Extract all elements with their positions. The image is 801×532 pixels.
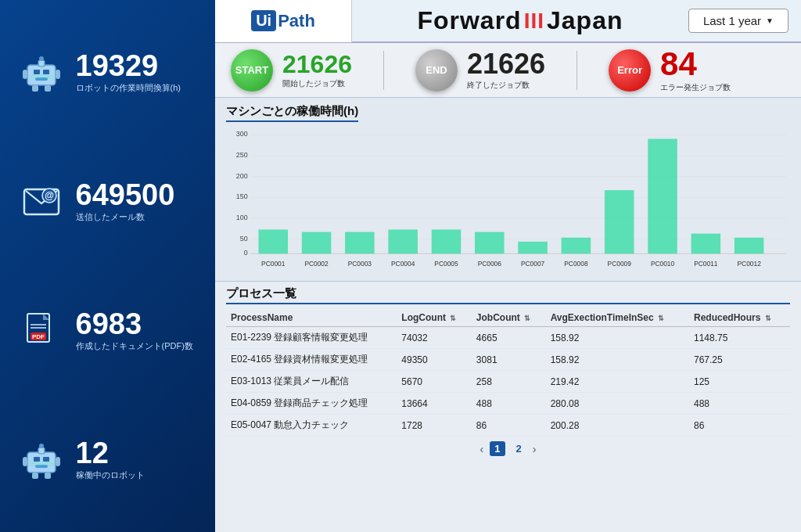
robot-hours-label: ロボットの作業時間換算(h) [76,82,181,94]
forward-text: Forward [417,6,521,35]
svg-rect-20 [27,452,56,473]
svg-rect-62 [605,190,634,253]
japan-text: Japan [547,6,623,35]
svg-rect-24 [38,448,45,454]
roman-three: III [524,9,544,34]
active-robots-number: 12 [76,438,145,468]
end-number: 21626 [467,50,545,78]
pdf-count-label: 作成したドキュメント(PDF)数 [76,340,193,352]
svg-rect-68 [735,238,764,254]
svg-rect-9 [45,85,51,92]
svg-rect-50 [345,232,375,254]
kpi-divider-1 [383,51,384,90]
svg-text:150: 150 [236,192,248,200]
active-robots-item: 12 稼働中のロボット [18,437,198,483]
table-cell-4-4: 86 [689,415,790,437]
svg-text:PC0009: PC0009 [608,259,632,267]
table-row: E05-0047 動怠入力チェック172886200.2886 [226,415,790,437]
pdf-count-item: PDF 6983 作成したドキュメント(PDF)数 [18,307,198,354]
kpi-end-values: 21626 終了したジョブ数 [467,50,545,91]
svg-rect-64 [648,138,677,253]
table-cell-4-2: 86 [472,415,546,437]
svg-rect-22 [43,457,49,462]
svg-text:PC0002: PC0002 [304,259,329,267]
col-processname: ProcessName [226,309,397,327]
robot-icon-1 [18,49,65,96]
table-cell-2-3: 219.42 [546,371,689,393]
col-jobcount[interactable]: JobCount ⇅ [472,309,546,327]
svg-rect-6 [23,70,27,79]
logo-ui: Ui [251,10,276,31]
col-avgtime[interactable]: AvgExectionTimeInSec ⇅ [546,309,689,327]
svg-rect-21 [34,457,40,462]
table-cell-2-0: E03-1013 従業員メール配信 [226,371,397,393]
sort-avgtime-icon: ⇅ [658,315,664,322]
svg-text:PC0001: PC0001 [261,259,286,267]
mail-count-text: 649500 送信したメール数 [76,180,175,223]
table-cell-0-2: 4665 [472,327,546,349]
svg-text:200: 200 [236,172,248,180]
table-area: プロセス一覧 ProcessName LogCount ⇅ JobCount ⇅ [215,282,801,532]
robot-icon-2 [18,437,65,483]
robot-hours-text: 19329 ロボットの作業時間換算(h) [76,51,181,94]
table-cell-2-1: 5670 [397,371,472,393]
col-reducedhours[interactable]: ReducedHours ⇅ [689,309,790,327]
svg-text:PC0004: PC0004 [391,259,415,267]
mail-count-number: 649500 [76,180,175,210]
end-sublabel: 終了したジョブ数 [467,80,545,91]
svg-rect-23 [35,465,48,468]
chart-title: マシンごとの稼働時間(h) [226,104,358,122]
svg-rect-1 [34,70,40,74]
table-cell-1-3: 158.92 [546,349,689,371]
svg-rect-56 [475,232,505,254]
svg-rect-0 [27,65,56,85]
logo-path: Path [278,11,315,31]
svg-rect-4 [38,60,45,66]
error-badge: Error [609,49,651,92]
sort-jobcount-icon: ⇅ [524,315,530,322]
svg-text:@: @ [45,190,54,201]
kpi-divider-2 [577,51,577,90]
svg-text:PC0012: PC0012 [738,259,762,267]
pagination-next[interactable]: › [533,443,537,455]
svg-rect-7 [56,70,60,79]
svg-text:PC0006: PC0006 [478,259,502,267]
svg-rect-27 [56,457,60,466]
table-cell-1-2: 3081 [472,349,546,371]
active-robots-label: 稼働中のロボット [76,469,145,481]
svg-text:50: 50 [240,235,248,243]
svg-rect-46 [258,229,288,253]
main-content: Ui Path Forward III Japan Last 1 year ▼ … [215,0,801,532]
kpi-row: START 21626 開始したジョブ数 END 21626 終了したジョブ数 … [215,43,801,98]
pagination-page2[interactable]: 2 [512,441,526,456]
table-cell-4-1: 1728 [397,415,472,437]
table-header-row: ProcessName LogCount ⇅ JobCount ⇅ AvgExe… [226,309,790,327]
chart-area: マシンごとの稼働時間(h) 300 250 200 150 100 50 0 [215,98,801,282]
svg-rect-29 [45,473,51,479]
pagination-page1[interactable]: 1 [490,441,505,456]
pagination-prev[interactable]: ‹ [480,443,484,455]
svg-rect-26 [23,457,27,466]
mail-count-item: @ 649500 送信したメール数 [18,178,198,225]
pagination: ‹ 1 2 › [226,437,790,458]
date-filter-button[interactable]: Last 1 year ▼ [688,9,788,33]
start-badge: START [231,49,273,92]
table-cell-2-4: 125 [689,371,790,393]
kpi-end: END 21626 終了したジョブ数 [415,49,545,92]
table-cell-3-4: 488 [689,393,790,415]
table-cell-1-1: 49350 [397,349,472,371]
bar-chart-svg: 300 250 200 150 100 50 0 PC0001 [226,125,790,278]
table-cell-4-0: E05-0047 動怠入力チェック [226,415,397,437]
kpi-start-values: 21626 開始したジョブ数 [282,52,352,89]
svg-rect-52 [388,229,418,253]
table-row: E03-1013 従業員メール配信5670258219.42125 [226,371,790,393]
sort-reducedhours-icon: ⇅ [765,315,771,322]
col-logcount[interactable]: LogCount ⇅ [397,309,472,327]
logo-area: Ui Path [215,0,352,42]
svg-point-5 [39,56,44,61]
table-row: E04-0859 登録商品チェック処理13664488280.08488 [226,393,790,415]
table-cell-1-4: 767.25 [689,349,790,371]
start-sublabel: 開始したジョブ数 [282,78,352,89]
svg-rect-60 [562,238,591,254]
svg-text:250: 250 [236,151,248,159]
